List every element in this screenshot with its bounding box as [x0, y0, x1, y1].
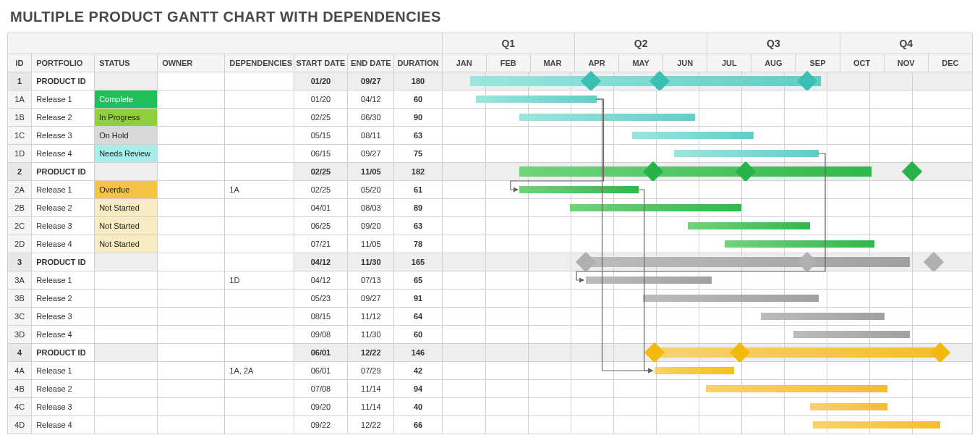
col-duration: DURATION: [394, 54, 442, 72]
cell-portfolio: Release 4: [32, 145, 95, 163]
task-row: 2DRelease 4Not Started07/2111/0578: [8, 235, 973, 253]
milestone-diamond: [930, 342, 950, 363]
cell-portfolio: PRODUCT ID: [32, 163, 95, 181]
timeline-cell: [442, 72, 972, 90]
cell-id: 4D: [8, 416, 32, 434]
cell-deps: [225, 109, 294, 127]
cell-start: 02/25: [294, 163, 348, 181]
cell-end: 09/27: [348, 145, 394, 163]
cell-end: 11/14: [348, 398, 394, 416]
cell-status: Complete: [95, 90, 158, 109]
task-row: 2BRelease 2Not Started04/0108/0389: [8, 199, 973, 217]
quarter-header: Q2: [574, 33, 707, 54]
cell-owner: [158, 145, 225, 163]
cell-duration: 42: [394, 362, 442, 380]
timeline-cell: [442, 362, 972, 380]
task-row: 2ARelease 1Overdue1A02/2505/2061: [8, 181, 973, 199]
cell-owner: [158, 181, 225, 199]
cell-status: In Progress: [95, 109, 158, 127]
timeline-cell: [442, 326, 972, 344]
timeline-cell: [442, 253, 972, 271]
timeline-cell: [442, 398, 972, 416]
cell-duration: 60: [394, 90, 442, 109]
milestone-diamond: [581, 71, 601, 91]
cell-status: [95, 72, 158, 90]
cell-duration: 63: [394, 217, 442, 235]
cell-end: 12/22: [348, 344, 394, 362]
month-header: APR: [574, 54, 618, 72]
cell-end: 11/30: [348, 326, 394, 344]
gantt-bar: [761, 313, 885, 320]
gantt-bar: [519, 166, 872, 177]
cell-start: 08/15: [294, 308, 348, 326]
gantt-table: Q1 Q2 Q3 Q4 ID PORTFOLIO STATUS OWNER DE…: [7, 33, 973, 434]
cell-portfolio: Release 3: [32, 217, 95, 235]
column-header-row: ID PORTFOLIO STATUS OWNER DEPENDENCIES S…: [8, 54, 973, 72]
cell-portfolio: Release 2: [32, 109, 95, 127]
cell-id: 2A: [8, 181, 32, 199]
cell-portfolio: Release 4: [32, 416, 95, 434]
cell-portfolio: Release 1: [32, 271, 95, 290]
cell-start: 04/12: [294, 271, 348, 290]
cell-end: 11/05: [348, 163, 394, 181]
milestone-diamond: [735, 161, 755, 182]
cell-duration: 94: [394, 380, 442, 398]
cell-id: 3A: [8, 271, 32, 290]
cell-portfolio: Release 3: [32, 127, 95, 145]
task-row: 1CRelease 3On Hold05/1508/1163: [8, 127, 973, 145]
month-header: DEC: [928, 54, 972, 72]
timeline-cell: [442, 109, 972, 127]
milestone-diamond: [797, 71, 817, 91]
milestone-diamond: [902, 161, 922, 182]
cell-start: 07/21: [294, 235, 348, 253]
product-row: 2PRODUCT ID02/2511/05182: [8, 163, 973, 181]
milestone-diamond: [797, 252, 817, 272]
cell-id: 2D: [8, 235, 32, 253]
status-badge: Not Started: [95, 199, 161, 216]
cell-duration: 61: [394, 181, 442, 199]
timeline-cell: [442, 235, 972, 253]
gantt-bar: [476, 96, 597, 103]
task-row: 4DRelease 409/2212/2266: [8, 416, 973, 434]
cell-deps: 1A, 2A: [225, 362, 294, 380]
cell-status: [95, 253, 158, 271]
cell-start: 05/23: [294, 290, 348, 308]
cell-owner: [158, 90, 225, 109]
col-deps: DEPENDENCIES: [225, 54, 294, 72]
cell-duration: 146: [394, 344, 442, 362]
status-badge: Not Started: [95, 235, 161, 253]
cell-id: 1: [8, 72, 32, 90]
cell-start: 09/22: [294, 416, 348, 434]
gantt-bar: [586, 257, 910, 267]
gantt-bar: [586, 277, 712, 284]
gantt-bar: [643, 295, 818, 302]
cell-deps: [225, 326, 294, 344]
cell-deps: [225, 380, 294, 398]
cell-start: 02/25: [294, 109, 348, 127]
cell-id: 2B: [8, 199, 32, 217]
gantt-bar: [519, 114, 694, 121]
task-row: 1DRelease 4Needs Review06/1509/2775: [8, 145, 973, 163]
timeline-cell: [442, 416, 972, 434]
milestone-diamond: [649, 71, 670, 91]
cell-end: 04/12: [348, 90, 394, 109]
milestone-diamond: [730, 342, 750, 363]
cell-deps: [225, 398, 294, 416]
task-row: 3CRelease 308/1511/1264: [8, 308, 973, 326]
month-header: JAN: [442, 54, 486, 72]
timeline-cell: [442, 163, 972, 181]
cell-portfolio: Release 1: [32, 362, 95, 380]
task-row: 2CRelease 3Not Started06/2509/2063: [8, 217, 973, 235]
cell-duration: 64: [394, 308, 442, 326]
cell-start: 04/01: [294, 199, 348, 217]
task-row: 1ARelease 1Complete01/2004/1260: [8, 90, 973, 109]
cell-duration: 91: [394, 290, 442, 308]
cell-portfolio: Release 4: [32, 235, 95, 253]
cell-owner: [158, 290, 225, 308]
cell-duration: 65: [394, 271, 442, 290]
quarter-header: Q4: [840, 33, 972, 54]
col-id: ID: [8, 54, 32, 72]
month-header: FEB: [486, 54, 530, 72]
cell-start: 07/08: [294, 380, 348, 398]
cell-owner: [158, 398, 225, 416]
